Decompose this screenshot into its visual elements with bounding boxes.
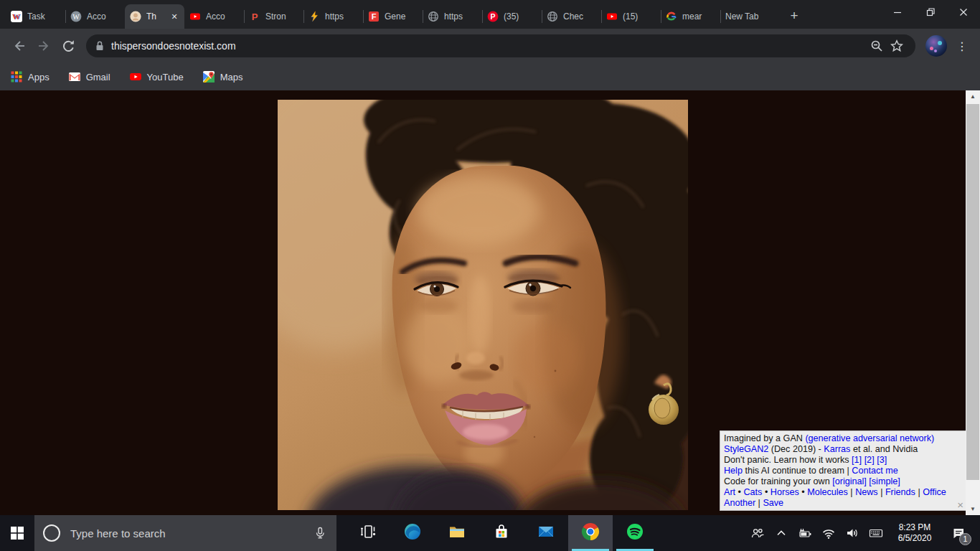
mail-icon [537,522,555,544]
scroll-down-arrow[interactable]: ▼ [966,503,980,515]
infobox-close-icon[interactable]: × [957,499,963,510]
tab-title: mear [682,11,715,22]
tab-separator [244,10,245,23]
art-link[interactable]: Art [724,487,735,497]
bookmark-gmail[interactable]: Gmail [68,70,110,83]
chevron-up-icon[interactable] [769,515,793,551]
taskbar-store-button[interactable] [479,515,524,551]
1-link[interactable]: [1] [852,455,862,465]
taskbar-clock[interactable]: 8:23 PM 6/5/2020 [887,522,942,544]
tab-mear[interactable]: mear [661,4,720,29]
taskbar-file-explorer-button[interactable] [435,515,479,551]
info-text: | [878,487,885,497]
taskbar-mail-button[interactable] [524,515,568,551]
tab-separator [482,10,483,23]
info-text: • [735,487,743,497]
tab-task[interactable]: WWTask [6,4,65,29]
tab-separator [65,10,66,23]
scroll-up-arrow[interactable]: ▲ [966,90,980,103]
tab-acco[interactable]: Acco [184,4,244,29]
contact-me-link[interactable]: Contact me [852,466,897,476]
molecules-link[interactable]: Molecules [807,487,848,497]
news-link[interactable]: News [855,487,878,497]
scrollbar-thumb[interactable] [966,104,979,480]
people-icon[interactable] [745,515,769,551]
new-tab-button[interactable]: + [784,6,804,27]
original-link[interactable]: [original] [832,476,867,486]
volume-icon[interactable] [840,515,864,551]
tab-chec[interactable]: Chec [542,4,601,29]
clock-date: 6/5/2020 [887,533,942,544]
start-button[interactable] [0,515,34,551]
clock-time: 8:23 PM [887,522,942,533]
tab-15[interactable]: (15) [601,4,661,29]
microphone-icon[interactable] [312,525,328,541]
minimize-button[interactable] [881,0,914,24]
zoom-level-button[interactable] [867,36,887,56]
tab-close-icon[interactable]: ✕ [169,11,179,22]
file-explorer-icon [448,522,466,544]
svg-text:P: P [490,12,495,21]
tab-new-tab[interactable]: New Tab [720,4,780,29]
restore-button[interactable] [914,0,947,24]
touch-keyboard-icon[interactable] [864,515,887,551]
taskbar-search[interactable]: Type here to search [34,515,336,551]
globe-icon [547,11,558,22]
generative-adversarial-network-link[interactable]: (generative adversarial network) [805,433,934,443]
horses-link[interactable]: Horses [771,487,799,497]
simple-link[interactable]: [simple] [869,476,900,486]
tab-title: Acco [87,11,120,22]
star-icon [890,39,903,52]
3-link[interactable]: [3] [877,455,887,465]
bookmark-maps[interactable]: Maps [202,70,243,83]
forward-button[interactable] [32,34,56,58]
battery-charging-icon[interactable] [793,515,816,551]
bookmark-label: YouTube [147,72,184,83]
apps-grid-icon [10,70,23,83]
info-text: | [848,487,855,497]
tab-stron[interactable]: PStron [244,4,303,29]
youtube-icon [606,11,618,22]
tab-https[interactable]: https [423,4,482,29]
wifi-icon[interactable] [816,515,840,551]
browser-toolbar: thispersondoesnotexist.com ⋮ [0,29,980,63]
stylegan2-link[interactable]: StyleGAN2 [724,444,768,454]
tab-acco[interactable]: WAcco [65,4,125,29]
cats-link[interactable]: Cats [744,487,763,497]
page-scrollbar[interactable]: ▲ ▼ [966,90,980,515]
bookmark-apps[interactable]: Apps [10,70,50,83]
taskbar-spotify-button[interactable] [613,515,657,551]
cortana-icon[interactable] [43,524,60,542]
tab-gene[interactable]: FGene [363,4,423,29]
tab-title: Th [146,11,169,22]
info-text: (Dec 2019) - [768,444,824,454]
tab-https[interactable]: https [303,4,363,29]
tab-th[interactable]: Th✕ [125,4,184,29]
tab-separator [720,10,721,23]
address-bar[interactable]: thispersondoesnotexist.com [86,34,915,57]
back-button[interactable] [7,34,32,58]
chrome-menu-button[interactable]: ⋮ [951,35,973,57]
profile-avatar[interactable] [925,35,947,57]
youtube-icon [129,70,142,83]
taskbar-chrome-button[interactable] [568,515,613,551]
2-link[interactable]: [2] [864,455,875,465]
close-window-button[interactable] [947,0,980,24]
tab-35[interactable]: P(35) [482,4,542,29]
info-line-2: StyleGAN2 (Dec 2019) - Karras et al. and… [724,444,962,455]
info-text: • [799,487,807,497]
info-text: Imagined by a GAN [724,433,805,443]
friends-link[interactable]: Friends [885,487,915,497]
action-center-button[interactable]: 1 [942,515,975,551]
bookmark-star-button[interactable] [887,36,907,56]
tab-separator [661,10,661,23]
reload-button[interactable] [56,34,80,58]
save-link[interactable]: Save [763,498,783,508]
taskbar-task-view-button[interactable] [346,515,390,551]
another-link[interactable]: Another [724,498,755,508]
taskbar-edge-button[interactable] [390,515,435,551]
help-link[interactable]: Help [724,466,743,476]
karras-link[interactable]: Karras [824,444,850,454]
office-link[interactable]: Office [923,487,946,497]
bookmark-youtube[interactable]: YouTube [129,70,184,83]
